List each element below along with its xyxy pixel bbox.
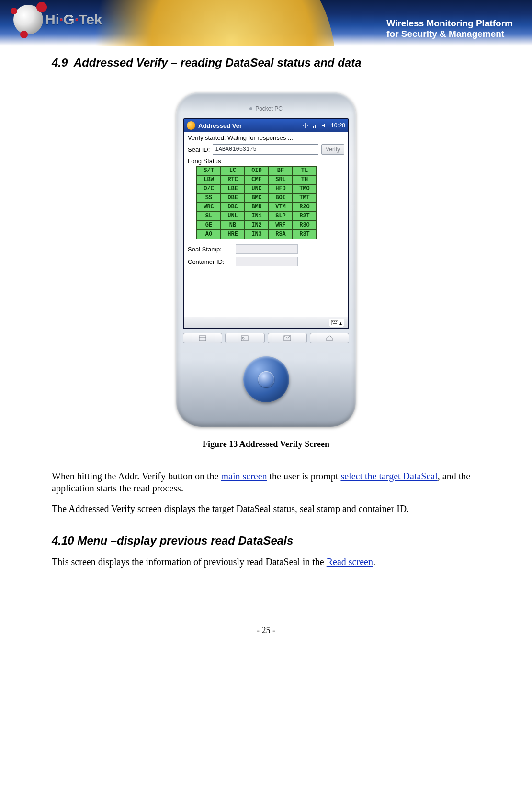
page-header: Hi·G·Tek Wireless Monitoring Platform fo… [0, 0, 532, 46]
status-cell: R3T [293, 230, 317, 239]
status-cell: DBC [221, 203, 245, 212]
svg-rect-3 [336, 321, 337, 322]
mail-icon [283, 335, 291, 341]
status-cell: TMT [293, 194, 317, 203]
svg-rect-1 [332, 321, 333, 322]
status-cell: SLP [269, 212, 293, 221]
status-cell: TMO [293, 184, 317, 194]
soft-button-4[interactable] [310, 333, 349, 343]
signal-icon [312, 122, 318, 129]
status-cell: IN2 [245, 221, 269, 230]
status-cell: TL [293, 166, 317, 175]
status-cell: O/C [197, 184, 221, 194]
section-title: Addressed Verify – reading DataSeal stat… [74, 56, 362, 69]
home-icon [326, 335, 333, 341]
status-cell: SS [197, 194, 221, 203]
seal-stamp-label: Seal Stamp: [188, 246, 231, 253]
paragraph-3: This screen displays the information of … [52, 556, 480, 568]
device-brand: Pocket PC [255, 105, 283, 112]
status-cell: IN1 [245, 212, 269, 221]
window-title: Addressed Ver [198, 122, 242, 129]
svg-rect-0 [331, 320, 338, 325]
status-cell: UNC [245, 184, 269, 194]
volume-icon [321, 122, 328, 129]
status-cell: S/T [197, 166, 221, 175]
status-cell: RSA [269, 230, 293, 239]
status-cell: SL [197, 212, 221, 221]
logo-sphere-icon [13, 5, 43, 34]
page-number: - 25 - [52, 626, 480, 636]
soft-button-2[interactable] [225, 333, 264, 343]
status-cell: BF [269, 166, 293, 175]
status-cell: LC [221, 166, 245, 175]
status-cell: R3O [293, 221, 317, 230]
section-heading-4-10: 4.10 Menu –display previous read DataSea… [52, 534, 480, 547]
chevron-up-icon: ▴ [339, 319, 342, 326]
seal-stamp-value [236, 244, 298, 254]
status-cell: NB [221, 221, 245, 230]
seal-id-input[interactable] [213, 144, 318, 155]
svg-point-8 [242, 337, 244, 339]
clock: 10:28 [331, 122, 345, 129]
status-cell: BMU [245, 203, 269, 212]
status-cell: UNL [221, 212, 245, 221]
long-status-label: Long Status [188, 158, 221, 165]
seal-id-label: Seal ID: [188, 146, 210, 153]
dpad-area [183, 343, 349, 415]
para3-text-b: . [373, 557, 375, 567]
status-cell: DBE [221, 194, 245, 203]
status-cell: BOI [269, 194, 293, 203]
long-status-grid: S/TLCOIDBFTLLBWRTCCMFSRLTHO/CLBEUNCHFDTM… [196, 166, 317, 239]
soft-button-row [183, 333, 349, 343]
para3-text-a: This screen displays the information of … [52, 557, 327, 567]
status-cell: RTC [221, 175, 245, 184]
screen-body: Verify started. Wating for responses ...… [184, 132, 348, 317]
pda-device: Pocket PC Addressed Ver [176, 92, 356, 427]
status-cell: GE [197, 221, 221, 230]
figure-caption: Figure 13 Addressed Verify Screen [52, 439, 480, 449]
status-cell: SRL [269, 175, 293, 184]
start-icon[interactable] [187, 121, 195, 130]
status-cell: OID [245, 166, 269, 175]
calendar-icon [199, 335, 206, 341]
led-icon [249, 107, 252, 110]
tagline-line-2: for Security & Management [386, 29, 513, 39]
svg-rect-2 [334, 321, 335, 322]
status-cell: CMF [245, 175, 269, 184]
connectivity-icon [302, 122, 309, 129]
paragraph-2: The Addressed Verify screen displays the… [52, 503, 480, 515]
status-cell: WRF [269, 221, 293, 230]
main-screen-link[interactable]: main screen [221, 471, 267, 481]
keyboard-toggle[interactable]: ▴ [329, 319, 344, 327]
status-cell: TH [293, 175, 317, 184]
brand-tagline: Wireless Monitoring Platform for Securit… [386, 18, 513, 39]
status-cell: LBE [221, 184, 245, 194]
container-id-label: Container ID: [188, 258, 231, 265]
status-cell: WRC [197, 203, 221, 212]
brand-logo: Hi·G·Tek [13, 5, 102, 34]
svg-rect-4 [333, 323, 337, 324]
device-top-label: Pocket PC [183, 99, 349, 118]
select-target-dataseal-link[interactable]: select the target DataSeal [340, 471, 437, 481]
brand-name: Hi·G·Tek [35, 11, 102, 28]
soft-button-1[interactable] [183, 333, 222, 343]
para1-text-b: the user is prompt [267, 471, 341, 481]
status-cell: R2T [293, 212, 317, 221]
section-number: 4.9 [52, 56, 68, 69]
navigation-dpad[interactable] [243, 356, 289, 402]
window-titlebar: Addressed Ver 10:28 [184, 119, 348, 132]
status-cell: BMC [245, 194, 269, 203]
read-screen-link[interactable]: Read screen [327, 557, 373, 567]
sip-bar: ▴ [184, 317, 348, 328]
status-cell: HRE [221, 230, 245, 239]
tagline-line-1: Wireless Monitoring Platform [386, 18, 513, 29]
status-cell: IN3 [245, 230, 269, 239]
verify-button[interactable]: Verify [321, 144, 344, 155]
device-screen: Addressed Ver 10:28 [183, 118, 349, 329]
soft-button-3[interactable] [268, 333, 307, 343]
svg-rect-5 [199, 336, 206, 341]
para1-text-a: When hitting the Addr. Verify button on … [52, 471, 221, 481]
contacts-icon [241, 335, 249, 341]
section-title: Menu –display previous read DataSeals [77, 534, 293, 547]
container-id-value [236, 257, 298, 266]
